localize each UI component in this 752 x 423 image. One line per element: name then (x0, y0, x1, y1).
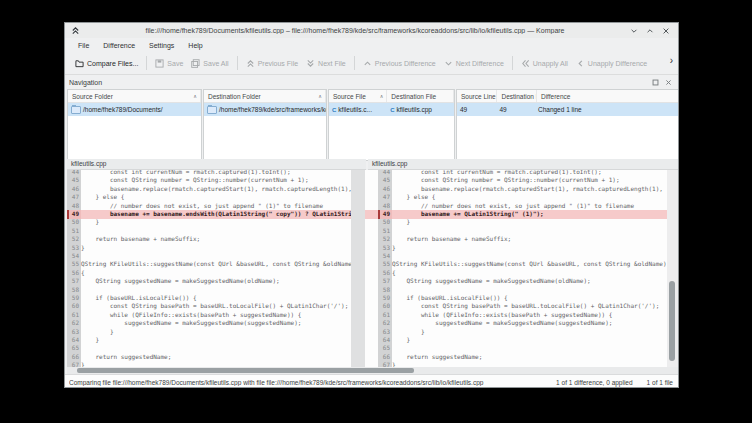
next-file-button[interactable]: Next File (302, 55, 350, 71)
column-header[interactable]: Source Folder∧ (68, 90, 201, 102)
column-header[interactable]: Difference (537, 90, 679, 102)
difference-list-header: Source Line∧Destination LirDifference (457, 90, 679, 103)
list-cell: Changed 1 line (535, 103, 679, 116)
toolbar-button-label: Unapply All (533, 60, 568, 67)
vertical-scrollbar[interactable] (667, 170, 678, 367)
save-button[interactable]: Save (151, 55, 187, 71)
file-list-selected-row[interactable]: Ckfileutils.c...Ckfileutils.cpp (329, 103, 454, 116)
close-dock-icon[interactable] (665, 79, 672, 86)
column-header[interactable]: Destination Lir (497, 90, 537, 102)
navigation-dock-header: Navigation (65, 75, 678, 89)
window-title: file:///home/fhek789/Documents/kfileutil… (80, 27, 630, 34)
column-header-label: Source File (333, 93, 366, 100)
column-header[interactable]: Destination Folder∧ (204, 90, 326, 102)
kompare-window: file:///home/fhek789/Documents/kfileutil… (64, 22, 679, 388)
source-folder-list-header: Source Folder∧ (68, 90, 201, 103)
file-list-header: Source File∧Destination File (329, 90, 454, 103)
toolbar: Compare Files...SaveSave AllPrevious Fil… (65, 52, 678, 75)
right-pane-header: kfileutils.cpp (368, 159, 678, 170)
double-chevron-up-icon (246, 59, 255, 68)
horizontal-scrollbar[interactable] (67, 367, 678, 374)
menu-bar: FileDifferenceSettingsHelp (65, 38, 678, 52)
destination-folder-list: Destination Folder∧/home/fhek789/kde/src… (203, 89, 327, 161)
save-all-button[interactable]: Save All (187, 55, 232, 71)
double-chevron-down-icon (306, 59, 315, 68)
float-dock-icon[interactable] (652, 79, 659, 86)
column-header[interactable]: Source Line∧ (457, 90, 497, 102)
toolbar-overflow-button[interactable]: › (670, 55, 673, 66)
toolbar-separator (146, 56, 147, 70)
next-difference-button[interactable]: Next Difference (440, 55, 508, 71)
source-folder-list-selected-row[interactable]: /home/fhek789/Documents/ (68, 103, 201, 116)
unapply-difference-button[interactable]: Unapply Difference (572, 55, 651, 71)
toolbar-button-label: Compare Files... (87, 60, 138, 67)
folder-icon (207, 106, 217, 114)
difference-list-selected-row[interactable]: 4949Changed 1 line (457, 103, 679, 116)
list-cell-text: 49 (499, 106, 506, 113)
destination-folder-list-selected-row[interactable]: /home/fhek789/kde/src/frameworks/kcoread… (204, 103, 326, 116)
left-pane-header: kfileutils.cpp (67, 159, 366, 170)
status-bar: Comparing file file:///home/fhek789/Docu… (65, 374, 678, 388)
toolbar-button-label: Save All (203, 60, 228, 67)
chevron-down-icon (444, 59, 453, 68)
toolbar-separator (237, 56, 238, 70)
cpp-file-icon: C (390, 107, 394, 113)
list-cell: Ckfileutils.c... (329, 103, 387, 116)
list-cell: Ckfileutils.cpp (387, 103, 454, 116)
chevron-left-icon (576, 59, 585, 68)
sort-indicator-icon: ∧ (380, 93, 384, 99)
maximize-button[interactable] (646, 27, 654, 35)
toolbar-button-label: Unapply Difference (588, 60, 647, 67)
toolbar-button-label: Previous Difference (375, 60, 436, 67)
toolbar-separator (512, 56, 513, 70)
minimize-button[interactable] (630, 27, 638, 35)
list-cell-text: Changed 1 line (538, 106, 582, 113)
left-code-pane[interactable]: const int currentNum = rmatch.captured(1… (81, 170, 351, 367)
list-cell-text: kfileutils.cpp (397, 106, 432, 113)
sort-indicator-icon: ∧ (318, 93, 322, 99)
folder-icon (71, 106, 81, 114)
source-folder-list: Source Folder∧/home/fhek789/Documents/ (67, 89, 202, 161)
title-bar[interactable]: file:///home/fhek789/Documents/kfileutil… (65, 23, 678, 38)
left-pane-scrollbar[interactable] (351, 170, 365, 367)
list-cell: /home/fhek789/Documents/ (68, 103, 201, 116)
horizontal-scrollbar-thumb[interactable] (77, 368, 414, 373)
chevron-up-icon (363, 59, 372, 68)
close-button[interactable] (662, 27, 670, 35)
toolbar-button-label: Next File (318, 60, 346, 67)
destination-folder-list-header: Destination Folder∧ (204, 90, 326, 103)
right-line-number-gutter: 4445464748495051525354555657585960616263… (378, 170, 392, 367)
list-cell-text: kfileutils.c... (338, 106, 372, 113)
column-header-label: Destination Lir (501, 93, 537, 100)
menu-difference[interactable]: Difference (96, 42, 142, 49)
cpp-file-icon: C (332, 107, 336, 113)
app-icon (71, 26, 80, 35)
column-header[interactable]: Source File∧ (329, 90, 387, 102)
toolbar-button-label: Next Difference (456, 60, 504, 67)
list-cell: 49 (457, 103, 496, 116)
compare-files-button[interactable]: Compare Files... (71, 55, 142, 71)
column-header-label: Destination Folder (208, 93, 261, 100)
file-list: Source File∧Destination FileCkfileutils.… (328, 89, 455, 161)
column-header[interactable]: Destination File (387, 90, 454, 102)
difference-list: Source Line∧Destination LirDifference494… (456, 89, 679, 161)
diff-connector-band (365, 210, 378, 219)
status-message: Comparing file file:///home/fhek789/Docu… (69, 379, 556, 386)
previous-difference-button[interactable]: Previous Difference (359, 55, 440, 71)
toolbar-separator (354, 56, 355, 70)
column-header-label: Source Line (461, 93, 496, 100)
column-header-label: Difference (541, 93, 571, 100)
vertical-scrollbar-thumb[interactable] (669, 281, 675, 361)
menu-help[interactable]: Help (181, 42, 209, 49)
unapply-all-button[interactable]: Unapply All (517, 55, 572, 71)
folder-icon (75, 59, 84, 68)
double-chevron-left-icon (521, 59, 530, 68)
menu-file[interactable]: File (71, 42, 96, 49)
menu-settings[interactable]: Settings (142, 42, 181, 49)
right-code-pane[interactable]: const int currentNum = rmatch.captured(1… (392, 170, 667, 367)
column-header-label: Source Folder (72, 93, 113, 100)
toolbar-button-label: Save (167, 60, 183, 67)
list-cell-text: /home/fhek789/Documents/ (83, 106, 163, 113)
navigation-dock-title: Navigation (69, 79, 652, 86)
previous-file-button[interactable]: Previous File (242, 55, 302, 71)
